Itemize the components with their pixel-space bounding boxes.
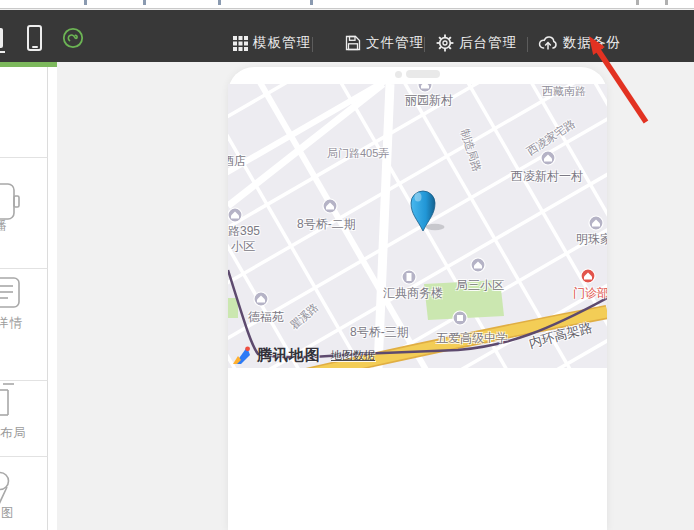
detail-icon (0, 275, 24, 311)
monitor-icon-base (0, 51, 5, 53)
sidebar-item-layout[interactable]: 布局 (0, 380, 48, 456)
sidebar-item-label: 播 (0, 218, 8, 235)
map-data-link[interactable]: 地图数据 (331, 348, 375, 363)
sidebar-item-label: 详情 (0, 315, 23, 332)
save-icon (345, 35, 361, 51)
map-widget[interactable]: 丽园新村西藏南路制造局路西凌家宅路西凌新村一村酒店局门路405弄8号桥-二期路3… (228, 84, 607, 368)
map-artwork (228, 84, 607, 368)
map-place-label: 五爱高级中学 (436, 332, 508, 344)
menu-divider (424, 37, 425, 52)
browser-mark (143, 0, 146, 5)
map-pin-icon (0, 470, 21, 510)
map-place-label: 小区 (231, 240, 255, 252)
phone-preview: 丽园新村西藏南路制造局路西凌家宅路西凌新村一村酒店局门路405弄8号桥-二期路3… (228, 67, 607, 530)
map-place-label: 德福苑 (248, 311, 284, 323)
monitor-icon[interactable] (0, 28, 3, 48)
menu-template-manage[interactable]: 模板管理 (233, 34, 311, 52)
menu-file-manage[interactable]: 文件管理 (345, 34, 424, 52)
sidebar-item-carousel[interactable]: 播 (0, 157, 48, 268)
camera-dot (395, 71, 402, 78)
gear-icon (436, 34, 454, 52)
browser-mark (218, 0, 221, 5)
menu-label: 文件管理 (366, 34, 424, 52)
layout-icon (0, 382, 21, 424)
link-icon[interactable] (61, 26, 85, 50)
grid-icon (233, 36, 248, 51)
browser-mark (636, 0, 639, 5)
menu-label: 模板管理 (253, 34, 311, 52)
cloud-upload-icon (538, 35, 558, 51)
sidebar-item-label: 布局 (0, 425, 27, 442)
menu-label: 后台管理 (459, 34, 517, 52)
map-place-label: 8号桥-三期 (350, 326, 409, 338)
app-window: 模板管理 文件管理 (0, 0, 694, 530)
browser-mark (310, 0, 313, 5)
menu-data-backup[interactable]: 数据备份 (538, 34, 621, 52)
topbar: 模板管理 文件管理 (0, 10, 694, 62)
map-place-label: 丽园新村 (405, 94, 453, 106)
map-place-label: 路395 (228, 225, 260, 237)
phone-view-icon[interactable] (27, 25, 42, 51)
sidebar-item-label: 图 (1, 505, 15, 522)
browser-mark (665, 0, 668, 5)
map-place-label: 8号桥-二期 (297, 218, 356, 230)
menu-label: 数据备份 (563, 34, 621, 52)
speaker-pill (406, 70, 440, 78)
map-place-label: 汇典商务楼 (383, 287, 443, 299)
map-road-label: 局门路405弄 (327, 148, 389, 159)
pin-shadow (426, 224, 445, 230)
map-place-label: 局三小区 (456, 279, 504, 291)
tencent-maps-logo-icon (231, 345, 251, 365)
poi-glyph (421, 84, 429, 89)
sidebar-item-map[interactable]: 图 (0, 456, 48, 530)
poi-glyph (407, 273, 412, 281)
sidebar-item-detail[interactable]: 详情 (0, 268, 48, 380)
browser-mark (84, 0, 87, 5)
component-sidebar: 播 详情 (0, 67, 57, 530)
menu-divider (527, 37, 528, 52)
poi-glyph (457, 315, 463, 321)
map-place-label: 门诊部 (573, 287, 607, 299)
sidebar-spacer (0, 67, 48, 157)
map-provider-name: 腾讯地图 (257, 346, 321, 365)
map-road-label: 西藏南路 (542, 86, 586, 97)
map-place-label: 酒店 (228, 155, 246, 167)
map-attribution: 腾讯地图 地图数据 (231, 345, 375, 365)
map-place-label: 西凌新村一村 (511, 170, 583, 182)
menu-divider (312, 37, 313, 52)
menu-backend-manage[interactable]: 后台管理 (436, 34, 517, 52)
pin-highlight (415, 193, 422, 202)
map-place-label: 明珠家 (576, 233, 607, 245)
browser-edge-strip (0, 0, 694, 9)
